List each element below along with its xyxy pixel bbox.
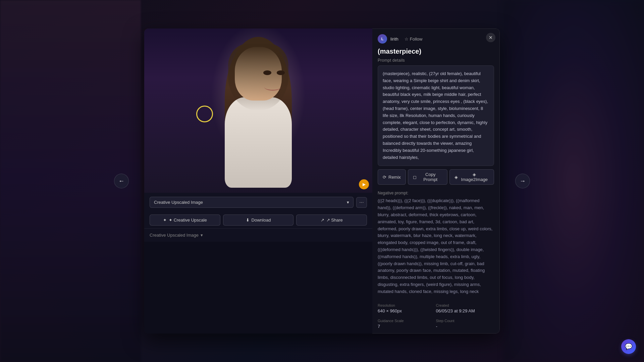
negative-prompt-label: Negative prompt: [372, 188, 499, 197]
image-controls: Creative Upscaled Image ▾ ··· [144, 193, 372, 212]
portrait-bg [144, 28, 372, 193]
seed-item: Seed 894761728 [436, 331, 494, 334]
guidance-label: Guidance Scale [378, 319, 436, 323]
portrait-figure [211, 34, 305, 188]
creative-upscale-button[interactable]: ✦ ✦ Creative Upscale [150, 215, 220, 226]
img2img-button[interactable]: ◈ ◈ Image2Image [449, 169, 494, 185]
resolution-label: Resolution [378, 303, 436, 307]
prompt-content: (masterpiece), realistic, (27yr old fema… [383, 71, 488, 160]
upscale-label: ✦ Creative Upscale [169, 218, 207, 223]
remix-button[interactable]: ⟳ Remix [378, 169, 406, 185]
negative-content: (((2 heads))), (((2 face))), (((duplicat… [378, 198, 492, 294]
img2img-label: ◈ Image2Image [460, 172, 489, 182]
more-icon: ··· [359, 199, 364, 205]
created-value: 06/05/23 at 9:29 AM [436, 308, 494, 313]
detail-panel: ✕ L lirith ☆ Follow (masterpiece) Prompt… [372, 28, 500, 334]
guidance-value: 7 [378, 324, 436, 329]
negative-prompt-text: (((2 heads))), (((2 face))), (((duplicat… [378, 197, 494, 295]
img2img-icon: ◈ [454, 175, 458, 180]
dropdown-label: Creative Upscaled Image [154, 200, 203, 205]
sampler-item: Sampler Leonardo [378, 331, 436, 334]
follow-star-icon: ☆ [405, 37, 409, 42]
dropdown-arrow-icon: ▾ [347, 200, 349, 205]
chat-fab-button[interactable]: 💬 [621, 339, 636, 354]
share-icon: ↗ [321, 218, 324, 223]
action-buttons-row: ✦ ✦ Creative Upscale ⬇ Download ↗ ↗ Shar… [144, 212, 372, 228]
image-type-dropdown[interactable]: Creative Upscaled Image ▾ [150, 197, 354, 208]
share-label: ↗ Share [326, 218, 343, 223]
follow-button[interactable]: ☆ Follow [402, 35, 425, 43]
resolution-value: 640 × 960px [378, 308, 436, 313]
play-overlay[interactable]: ▶ [359, 179, 369, 189]
share-button[interactable]: ↗ ↗ Share [296, 215, 367, 226]
body [225, 97, 292, 188]
image-footer: Creative Upscaled Image ▾ [144, 228, 372, 242]
remix-label: Remix [388, 175, 401, 180]
step-count-value: - [436, 324, 494, 329]
next-arrow[interactable]: → [515, 174, 530, 188]
copy-icon: ◻ [413, 175, 417, 180]
left-arrow-icon: ← [118, 178, 124, 185]
prompt-text-box: (masterpiece), realistic, (27yr old fema… [378, 65, 494, 166]
username-label: lirith [390, 37, 398, 42]
step-count-label: Step Count [436, 319, 494, 323]
meta-grid: Resolution 640 × 960px Created 06/05/23 … [372, 295, 499, 334]
right-arrow-icon: → [520, 178, 526, 185]
prompt-section-label: Prompt details [372, 58, 499, 65]
hair-front [228, 44, 288, 111]
user-avatar: L [378, 34, 387, 44]
chat-icon: 💬 [625, 343, 632, 350]
remix-icon: ⟳ [383, 175, 386, 180]
download-label: Download [252, 218, 271, 223]
main-image: ▶ [144, 28, 372, 193]
prompt-actions: ⟳ Remix ◻ Copy Prompt ◈ ◈ Image2Image [372, 166, 499, 188]
cursor-circle [196, 106, 213, 122]
download-icon: ⬇ [246, 218, 250, 223]
created-label: Created [436, 303, 494, 307]
copy-label: Copy Prompt [419, 172, 442, 182]
avatar-initial: L [381, 37, 384, 41]
copy-prompt-button[interactable]: ◻ Copy Prompt [408, 169, 447, 185]
resolution-item: Resolution 640 × 960px [378, 301, 436, 316]
step-count-item: Step Count - [436, 316, 494, 331]
footer-label: Creative Upscaled Image [150, 233, 199, 238]
image-panel: ▶ Creative Upscaled Image ▾ ··· ✦ ✦ Crea… [144, 28, 372, 334]
created-item: Created 06/05/23 at 9:29 AM [436, 301, 494, 316]
upscale-icon: ✦ [163, 218, 167, 223]
panel-title: (masterpiece) [372, 44, 499, 58]
guidance-item: Guidance Scale 7 [378, 316, 436, 331]
close-button[interactable]: ✕ [486, 33, 495, 42]
panel-header: L lirith ☆ Follow [372, 29, 499, 44]
close-icon: ✕ [489, 35, 493, 40]
main-content: ← [0, 0, 644, 362]
footer-dropdown[interactable]: Creative Upscaled Image ▾ [150, 233, 203, 238]
download-button[interactable]: ⬇ Download [223, 215, 294, 226]
follow-label: Follow [410, 37, 423, 42]
prev-arrow[interactable]: ← [114, 174, 129, 188]
modal-container: ▶ Creative Upscaled Image ▾ ··· ✦ ✦ Crea… [144, 28, 500, 334]
more-options-button[interactable]: ··· [356, 197, 367, 208]
footer-arrow-icon: ▾ [201, 233, 203, 238]
